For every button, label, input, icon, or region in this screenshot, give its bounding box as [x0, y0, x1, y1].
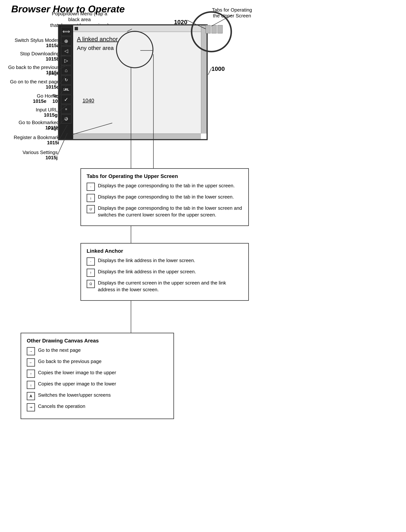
go-bookmarked-num: 1015h — [7, 125, 59, 131]
drawing-canvas-icon-1: → — [27, 347, 35, 355]
drawing-canvas-box-title: Other Drawing Canvas Areas — [27, 338, 168, 344]
linked-anchor-box-title: Linked Anchor — [87, 248, 243, 254]
address-indicator — [75, 27, 78, 30]
drawing-canvas-row-4: ↓ Copies the upper image to the lower — [27, 380, 168, 389]
drawing-canvas-row-2: ← Go back to the previous page — [27, 358, 168, 367]
scrollbar-bottom[interactable] — [73, 133, 201, 139]
url-icon[interactable]: URL — [61, 85, 72, 94]
go-bookmarked-icon[interactable]: ≡ — [61, 105, 72, 114]
go-next-num: 1015d — [7, 84, 59, 90]
register-bookmark-icon[interactable]: ⚙ — [61, 114, 72, 123]
go-home-icon[interactable]: ⌂ — [61, 66, 72, 75]
drawing-canvas-row-6: ⇒ Cancels the operation — [27, 403, 168, 411]
upper-screen-icon-3: U — [87, 205, 95, 213]
go-home-num: 1015e — [16, 98, 46, 104]
drawing-canvas-icon-2: ← — [27, 358, 35, 367]
go-back-icon[interactable]: ◁ — [61, 46, 72, 55]
go-next-label: Go on to the next page — [7, 79, 59, 85]
upper-screen-row-1: · Displays the page corresponding to the… — [87, 182, 243, 191]
linked-anchor-row-3: Ω Displays the current screen in the upp… — [87, 280, 243, 293]
upper-screen-text-2: Displays the page corresponding to the t… — [98, 194, 234, 200]
linked-anchor-text-1: Displays the link address in the lower s… — [98, 257, 195, 264]
linked-anchor-row-2: ↑ Displays the link address in the upper… — [87, 268, 243, 277]
various-settings-label: Various Settings — [20, 150, 58, 155]
go-home-label: Go Home — [16, 93, 58, 99]
linked-anchor-circle — [116, 31, 153, 68]
linked-anchor-row-1: · Displays the link address in the lower… — [87, 257, 243, 266]
register-bookmark-label: Register a Bookmark — [13, 135, 59, 140]
svg-line-12 — [208, 68, 211, 75]
go-next-icon[interactable]: ▷ — [61, 56, 72, 65]
drawing-canvas-text-3: Copies the lower image to the upper — [38, 369, 116, 376]
upper-screen-row-3: U Displays the page corresponding to the… — [87, 205, 243, 218]
upper-screen-box-title: Tabs for Operating the Upper Screen — [87, 173, 243, 179]
linked-anchor-text-2: Displays the link address in the upper s… — [98, 268, 196, 275]
switch-stylus-num: 1015a — [11, 43, 59, 49]
upper-screen-text-3: Displays the page corresponding to the t… — [98, 205, 243, 218]
ref-1000: 1000 — [211, 65, 225, 72]
drawing-canvas-text-2: Go back to the previous page — [38, 358, 102, 365]
upper-screen-icon-2: ↓ — [87, 194, 95, 202]
switch-stylus-label: Switch Stylus Modes — [11, 37, 59, 43]
upper-screen-info-box: Tabs for Operating the Upper Screen · Di… — [80, 168, 249, 226]
drawing-canvas-text-6: Cancels the operation — [38, 403, 85, 410]
register-bookmark-num: 1015i — [13, 140, 59, 146]
drawing-canvas-icon-3: ↑ — [27, 370, 35, 378]
upper-screen-row-2: ↓ Displays the page corresponding to the… — [87, 194, 243, 202]
ref-1040-label: 1040 — [82, 98, 94, 104]
stop-downloading-num: 1015b — [11, 56, 59, 62]
drawing-canvas-icon-5: A — [27, 392, 35, 400]
drawing-canvas-text-5: Switches the lower/upper screens — [38, 392, 111, 398]
linked-anchor-icon-2: ↑ — [87, 269, 95, 277]
drawing-canvas-icon-4: ↓ — [27, 381, 35, 389]
input-url-num: 1015g — [20, 112, 58, 118]
drawing-canvas-row-5: A Switches the lower/upper screens — [27, 392, 168, 400]
drawing-canvas-text-4: Copies the upper image to the lower — [38, 380, 116, 387]
linked-anchor-icon-1: · — [87, 257, 95, 266]
drawing-canvas-row-1: → Go to the next page — [27, 347, 168, 355]
linked-anchor-info-box: Linked Anchor · Displays the link addres… — [80, 243, 249, 301]
linked-anchor-text-3: Displays the current screen in the upper… — [98, 280, 243, 293]
reload-icon[interactable]: ↻ — [61, 76, 72, 84]
linked-anchor-icon-3: Ω — [87, 280, 95, 288]
upper-screen-tabs-circle — [191, 11, 232, 52]
device-toolbar: ⟺ ⊕ ◁ ▷ ⌂ ↻ URL ✓ ≡ ⚙ — [59, 25, 73, 139]
upper-screen-text-1: Displays the page corresponding to the t… — [98, 182, 235, 189]
input-url-icon[interactable]: ✓ — [61, 95, 72, 104]
stop-downloading-label: Stop Downloading — [11, 51, 59, 57]
switch-stylus-icon[interactable]: ⟺ — [61, 27, 72, 36]
drawing-canvas-icon-6: ⇒ — [27, 403, 35, 411]
upper-screen-icon-1: · — [87, 183, 95, 191]
drawing-canvas-info-box: Other Drawing Canvas Areas → Go to the n… — [21, 333, 174, 419]
drawing-canvas-text-1: Go to the next page — [38, 347, 81, 353]
various-settings-num: 1015j — [20, 155, 58, 161]
stop-downloading-icon[interactable]: ⊕ — [61, 37, 72, 46]
go-back-num: 1015c — [3, 70, 59, 76]
input-url-label: Input URL — [20, 107, 58, 113]
drawing-canvas-row-3: ↑ Copies the lower image to the upper — [27, 369, 168, 378]
